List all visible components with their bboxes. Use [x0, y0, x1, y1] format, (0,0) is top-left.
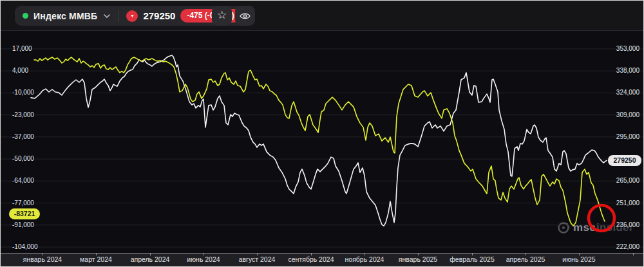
chevron-down-icon[interactable]	[104, 14, 110, 18]
time-tick	[633, 253, 634, 255]
favorite-button[interactable]: ☆	[212, 6, 232, 26]
axis-tick-label: 353,000	[616, 45, 639, 52]
market-open-dot	[23, 13, 28, 19]
axis-tick-label: 222,000	[616, 243, 639, 250]
month-label: август 2024	[228, 255, 286, 263]
month-label: июнь 2025	[550, 255, 608, 263]
divider	[118, 10, 118, 22]
month-label: апрель 2025	[497, 255, 554, 263]
axis-tick-label: 324,000	[616, 89, 639, 96]
last-price: 279250	[143, 10, 175, 21]
star-icon: ☆	[217, 10, 227, 21]
month-label: ноябрь 2024	[336, 255, 393, 263]
axis-tick-label: 295,000	[616, 133, 639, 140]
chart-area[interactable]: msc insider 17,0004,000-10,000-23,000-37…	[1, 1, 643, 266]
left-current-value-badge: -83721	[9, 208, 40, 219]
month-label: январь 2024	[14, 255, 71, 263]
month-label: январь 2025	[389, 255, 447, 263]
instrument-title: Индекс ММВБ	[33, 11, 97, 21]
eye-icon	[240, 12, 251, 20]
chart-header: Индекс ММВБ ▼ 279250 -475 (-0.17%) ☆	[1, 1, 643, 31]
price-down-icon: ▼	[126, 10, 138, 22]
trading-app-window: msc insider 17,0004,000-10,000-23,000-37…	[0, 0, 644, 267]
axis-tick-label: 265,000	[616, 177, 639, 184]
watchlist-button[interactable]	[235, 6, 255, 26]
right-price-axis[interactable]: 353,000338,000324,000309,000295,000280,0…	[1, 1, 643, 266]
month-label: июнь 2024	[175, 255, 232, 263]
right-current-value-badge: 279250	[608, 155, 641, 166]
month-label: март 2024	[67, 255, 125, 263]
axis-tick-label: 338,000	[616, 67, 639, 74]
month-label: апрель 2024	[121, 255, 179, 263]
axis-tick-label: 236,000	[616, 221, 639, 228]
axis-tick-label: 251,000	[616, 199, 639, 207]
month-label: февраль 2025	[443, 255, 501, 263]
time-axis-line	[1, 253, 643, 253]
month-label: сентябрь 2024	[282, 255, 340, 263]
axis-tick-label: 309,000	[616, 111, 639, 118]
